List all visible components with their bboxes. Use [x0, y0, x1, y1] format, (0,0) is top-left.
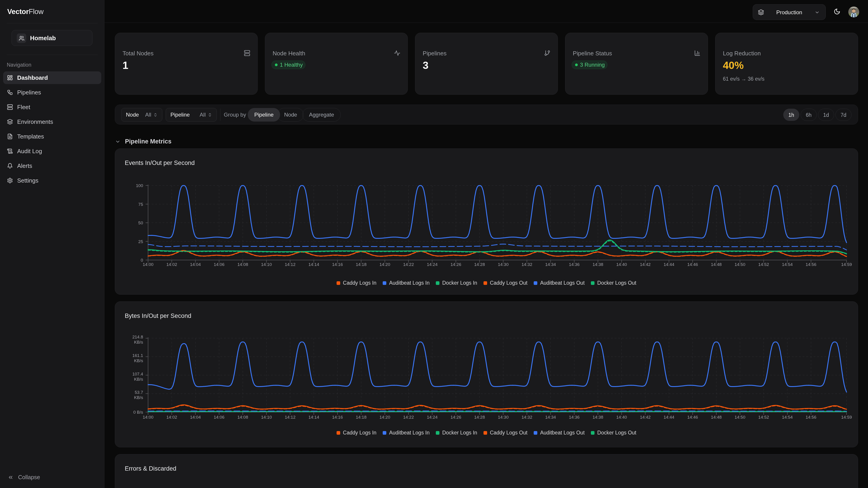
svg-text:14:22: 14:22 — [403, 415, 414, 420]
svg-text:14:26: 14:26 — [451, 415, 461, 420]
svg-text:14:04: 14:04 — [190, 415, 201, 420]
svg-text:14:50: 14:50 — [735, 262, 745, 267]
svg-text:14:48: 14:48 — [711, 415, 722, 420]
svg-text:KB/s: KB/s — [134, 377, 143, 382]
svg-text:14:46: 14:46 — [687, 262, 698, 267]
svg-text:14:00: 14:00 — [143, 262, 153, 267]
svg-text:0 B/s: 0 B/s — [133, 410, 143, 415]
svg-text:14:16: 14:16 — [332, 262, 343, 267]
svg-text:214.8: 214.8 — [132, 335, 143, 339]
svg-text:14:16: 14:16 — [332, 415, 343, 420]
svg-text:KB/s: KB/s — [134, 340, 143, 345]
svg-text:14:18: 14:18 — [356, 262, 367, 267]
svg-text:100: 100 — [136, 183, 143, 188]
svg-text:14:50: 14:50 — [735, 415, 745, 420]
svg-text:14:02: 14:02 — [166, 262, 177, 267]
svg-text:75: 75 — [138, 202, 143, 207]
svg-text:14:44: 14:44 — [664, 415, 675, 420]
svg-text:14:38: 14:38 — [592, 415, 603, 420]
svg-text:14:12: 14:12 — [285, 262, 296, 267]
svg-text:14:42: 14:42 — [640, 262, 651, 267]
svg-text:53.7: 53.7 — [135, 390, 143, 395]
svg-text:14:38: 14:38 — [592, 262, 603, 267]
svg-text:14:32: 14:32 — [522, 415, 532, 420]
svg-text:14:34: 14:34 — [545, 262, 556, 267]
svg-text:14:20: 14:20 — [379, 262, 391, 267]
svg-text:14:54: 14:54 — [782, 415, 793, 420]
svg-text:14:28: 14:28 — [474, 262, 485, 267]
svg-text:14:12: 14:12 — [285, 415, 296, 420]
svg-text:KB/s: KB/s — [134, 358, 143, 363]
svg-text:14:24: 14:24 — [427, 415, 438, 420]
svg-text:14:06: 14:06 — [214, 415, 224, 420]
svg-text:50: 50 — [138, 221, 143, 225]
svg-text:14:20: 14:20 — [379, 415, 391, 420]
svg-text:14:46: 14:46 — [687, 415, 698, 420]
svg-text:14:30: 14:30 — [498, 415, 508, 420]
svg-text:14:40: 14:40 — [616, 415, 627, 420]
svg-text:14:24: 14:24 — [427, 262, 438, 267]
svg-text:14:44: 14:44 — [664, 262, 675, 267]
svg-text:14:08: 14:08 — [237, 415, 248, 420]
svg-text:14:59: 14:59 — [841, 262, 852, 267]
svg-text:14:04: 14:04 — [190, 262, 201, 267]
svg-text:14:36: 14:36 — [569, 262, 580, 267]
svg-text:14:32: 14:32 — [522, 262, 532, 267]
svg-text:14:06: 14:06 — [214, 262, 224, 267]
svg-text:14:42: 14:42 — [640, 415, 651, 420]
svg-text:25: 25 — [138, 239, 143, 244]
svg-text:107.4: 107.4 — [132, 372, 143, 377]
svg-text:14:59: 14:59 — [841, 415, 852, 420]
svg-text:14:10: 14:10 — [261, 262, 272, 267]
svg-text:14:28: 14:28 — [474, 415, 485, 420]
svg-text:14:18: 14:18 — [356, 415, 367, 420]
svg-text:14:36: 14:36 — [569, 415, 580, 420]
svg-text:14:52: 14:52 — [758, 415, 769, 420]
svg-text:14:52: 14:52 — [758, 262, 769, 267]
svg-text:14:00: 14:00 — [143, 415, 153, 420]
svg-text:14:10: 14:10 — [261, 415, 272, 420]
svg-text:14:56: 14:56 — [806, 415, 816, 420]
svg-text:14:14: 14:14 — [308, 415, 319, 420]
svg-text:0: 0 — [141, 258, 143, 263]
svg-text:14:30: 14:30 — [498, 262, 508, 267]
svg-text:KB/s: KB/s — [134, 395, 143, 400]
svg-text:14:08: 14:08 — [237, 262, 248, 267]
svg-text:14:22: 14:22 — [403, 262, 414, 267]
svg-text:14:48: 14:48 — [711, 262, 722, 267]
svg-text:161.1: 161.1 — [132, 353, 143, 358]
svg-text:14:14: 14:14 — [308, 262, 319, 267]
svg-text:14:40: 14:40 — [616, 262, 627, 267]
svg-text:14:26: 14:26 — [451, 262, 461, 267]
svg-text:14:02: 14:02 — [166, 415, 177, 420]
svg-text:14:34: 14:34 — [545, 415, 556, 420]
svg-text:14:56: 14:56 — [806, 262, 816, 267]
svg-text:14:54: 14:54 — [782, 262, 793, 267]
